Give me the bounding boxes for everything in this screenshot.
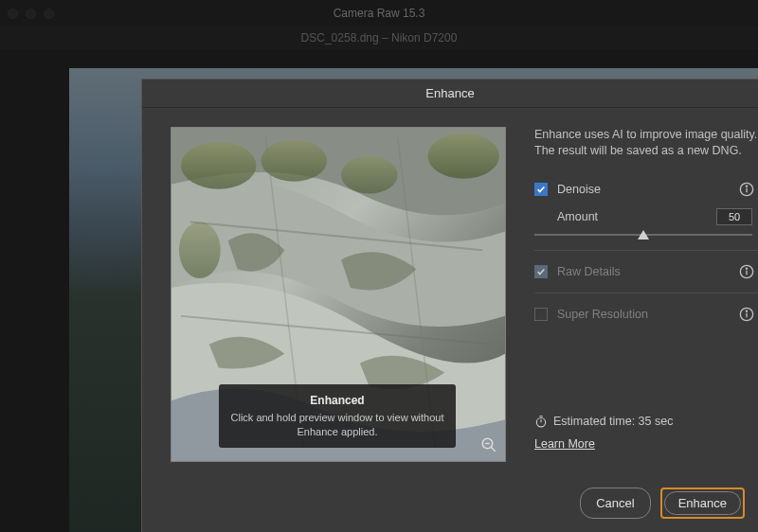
info-icon[interactable] bbox=[739, 307, 754, 322]
camera-raw-window: Camera Raw 15.3 DSC_0258.dng – Nikon D72… bbox=[0, 0, 758, 532]
preview-tooltip-title: Enhanced bbox=[230, 394, 444, 407]
timer-icon bbox=[534, 415, 548, 428]
svg-point-1 bbox=[181, 142, 257, 189]
raw-details-label: Raw Details bbox=[557, 265, 730, 278]
info-icon[interactable] bbox=[739, 264, 754, 279]
slider-thumb[interactable] bbox=[638, 230, 649, 239]
super-resolution-checkbox bbox=[534, 308, 548, 321]
enhance-description: Enhance uses AI to improve image quality… bbox=[534, 127, 758, 159]
amount-slider[interactable] bbox=[534, 227, 752, 242]
svg-point-4 bbox=[427, 133, 499, 179]
super-resolution-option-row: Super Resolution bbox=[534, 299, 758, 329]
enhance-dialog: Enhance bbox=[141, 79, 758, 532]
dialog-title: Enhance bbox=[425, 86, 474, 100]
learn-more-link[interactable]: Learn More bbox=[534, 437, 595, 451]
preview-tooltip: Enhanced Click and hold preview window t… bbox=[219, 384, 456, 448]
raw-details-option-row: Raw Details bbox=[534, 257, 758, 287]
zoom-out-icon[interactable] bbox=[480, 436, 497, 453]
separator bbox=[534, 293, 758, 293]
svg-point-21 bbox=[746, 310, 747, 311]
enhance-button[interactable]: Enhance bbox=[664, 491, 741, 515]
estimated-time: Estimated time: 35 sec bbox=[553, 415, 673, 428]
preview-area[interactable]: Enhanced Click and hold preview window t… bbox=[171, 127, 506, 462]
denoise-label: Denoise bbox=[557, 183, 730, 196]
options-pane: Enhance uses AI to improve image quality… bbox=[534, 127, 758, 462]
dialog-footer: Cancel Enhance bbox=[580, 488, 745, 519]
svg-point-5 bbox=[179, 222, 221, 278]
svg-point-18 bbox=[746, 268, 747, 269]
separator bbox=[534, 250, 758, 251]
amount-input[interactable] bbox=[716, 208, 752, 225]
info-icon[interactable] bbox=[739, 182, 754, 197]
svg-point-22 bbox=[536, 418, 545, 427]
amount-row: Amount bbox=[534, 204, 758, 227]
enhance-button-highlight: Enhance bbox=[660, 488, 745, 519]
cancel-button[interactable]: Cancel bbox=[580, 488, 650, 519]
dialog-header: Enhance bbox=[142, 80, 758, 108]
footer-info: Estimated time: 35 sec Learn More bbox=[534, 415, 758, 462]
super-resolution-label: Super Resolution bbox=[557, 308, 730, 321]
svg-point-3 bbox=[341, 156, 398, 194]
svg-line-11 bbox=[491, 447, 496, 452]
svg-point-15 bbox=[746, 186, 747, 186]
preview-tooltip-text: Click and hold preview window to view wi… bbox=[230, 411, 444, 438]
amount-label: Amount bbox=[557, 210, 598, 223]
denoise-checkbox[interactable] bbox=[534, 183, 548, 196]
raw-details-checkbox bbox=[534, 265, 548, 278]
denoise-option-row: Denoise bbox=[534, 174, 758, 204]
